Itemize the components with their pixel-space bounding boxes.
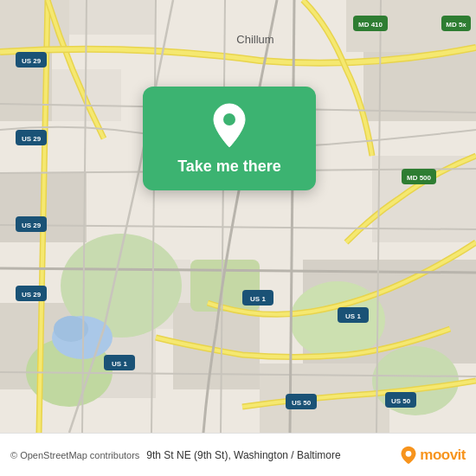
moovit-text: moovit — [420, 447, 466, 464]
take-me-there-button[interactable]: Take me there — [143, 87, 316, 190]
svg-point-61 — [406, 450, 412, 456]
bottom-bar: © OpenStreetMap contributors 9th St NE (… — [0, 433, 476, 476]
moovit-pin-icon — [399, 446, 418, 465]
location-label: 9th St NE (9th St), Washington / Baltimo… — [146, 449, 399, 461]
svg-text:US 50: US 50 — [391, 397, 411, 405]
location-pin-icon — [206, 102, 253, 149]
button-overlay: Take me there — [134, 87, 325, 190]
svg-rect-2 — [69, 0, 156, 35]
svg-text:MD 500: MD 500 — [407, 174, 432, 182]
svg-text:US 50: US 50 — [292, 399, 312, 407]
svg-text:MD 5x: MD 5x — [446, 21, 466, 29]
svg-point-60 — [223, 113, 235, 125]
svg-text:US 1: US 1 — [250, 295, 266, 303]
take-me-there-label: Take me there — [177, 158, 281, 177]
svg-text:US 29: US 29 — [22, 291, 42, 299]
svg-text:Chillum: Chillum — [236, 33, 273, 46]
svg-text:US 29: US 29 — [22, 135, 42, 143]
map-background: US 29 US 29 US 29 US 29 MD 410 MD 500 US… — [0, 0, 476, 433]
map-container: US 29 US 29 US 29 US 29 MD 410 MD 500 US… — [0, 0, 476, 433]
moovit-logo: moovit — [399, 446, 466, 465]
svg-text:US 29: US 29 — [22, 222, 42, 229]
svg-text:MD 410: MD 410 — [358, 21, 383, 29]
svg-text:US 1: US 1 — [112, 360, 127, 368]
svg-text:US 29: US 29 — [22, 57, 42, 65]
attribution-text: © OpenStreetMap contributors — [10, 450, 139, 460]
svg-text:US 1: US 1 — [345, 312, 361, 320]
